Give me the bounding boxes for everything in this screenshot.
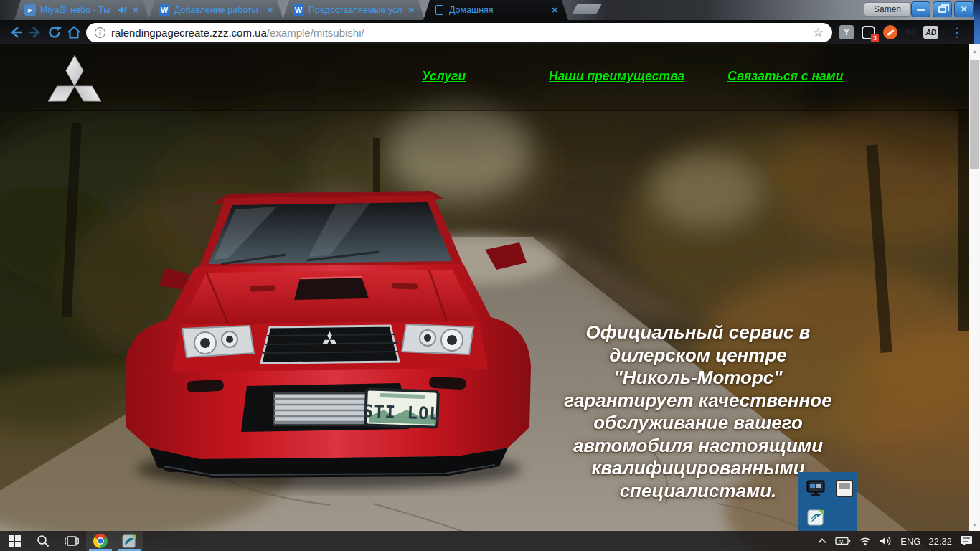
task-view-icon — [65, 535, 79, 547]
tab-close-icon[interactable]: ✕ — [131, 6, 141, 15]
forward-button[interactable] — [25, 23, 44, 42]
red-mitsubishi-car: STI LOL — [121, 181, 535, 496]
windows-taskbar: ENG 22:32 — [0, 531, 980, 551]
yandex-extension-icon[interactable]: Y — [839, 25, 854, 39]
chrome-taskbar-button[interactable] — [86, 531, 115, 551]
close-button[interactable]: ✕ — [954, 1, 974, 17]
adblock-extension-icon[interactable]: AD — [923, 26, 938, 39]
screenshot-extension-icon[interactable]: 3 — [862, 26, 875, 39]
play-icon: ▶ — [24, 4, 36, 16]
nav-link-services[interactable]: Услуги — [422, 69, 466, 84]
tab-close-icon[interactable]: ✕ — [407, 6, 416, 15]
battery-icon[interactable] — [834, 536, 852, 546]
tab-word-doc-2[interactable]: W Предоставляемые услуг ✕ — [283, 0, 425, 20]
word-icon: W — [293, 4, 304, 16]
browser-menu-icon[interactable]: ⋮ — [951, 25, 963, 40]
search-button[interactable] — [29, 531, 57, 551]
bird-app-icon — [122, 534, 136, 548]
lightshot-extension-icon[interactable] — [883, 25, 897, 39]
mitsubishi-logo — [47, 51, 102, 107]
tab-audio-icon[interactable] — [117, 5, 127, 15]
monitor-tray-icon[interactable] — [806, 479, 825, 498]
webpage: Услуги Наши преимущества Связаться с нам… — [0, 44, 980, 551]
nav-link-contact[interactable]: Связаться с нами — [727, 69, 843, 84]
page-icon — [433, 4, 445, 16]
tab-title: MiyaGi небо - Ты мо — [40, 5, 113, 15]
volume-icon[interactable] — [878, 536, 894, 546]
window-frame-accent — [974, 0, 980, 44]
tab-title: Добавление работы в п — [174, 5, 261, 15]
scrollbar-thumb[interactable] — [970, 60, 979, 169]
tray-overflow-flyout — [798, 472, 857, 531]
app-window-tray-icon[interactable] — [835, 479, 854, 498]
window-controls: ✕ — [911, 1, 974, 17]
task-view-button[interactable] — [57, 531, 86, 551]
search-icon — [37, 534, 50, 547]
url-path: /example/mitsubishi/ — [267, 27, 364, 39]
tab-home-active[interactable]: Домашняя ✕ — [423, 0, 568, 20]
browser-tab-strip: ▶ MiyaGi небо - Ты мо ✕ W Добавление раб… — [0, 0, 980, 20]
clock[interactable]: 22:32 — [927, 536, 953, 547]
browser-toolbar: i ralendingpagecreate.zzz.com.ua/example… — [0, 20, 980, 44]
start-button[interactable] — [0, 531, 29, 551]
tab-title: Домашняя — [449, 5, 546, 15]
tab-title: Предоставляемые услуг — [308, 5, 402, 15]
chrome-icon — [93, 534, 108, 548]
profile-button[interactable]: Samen — [864, 2, 911, 17]
site-info-icon[interactable]: i — [95, 27, 105, 38]
tray-chevron-icon[interactable] — [816, 537, 829, 545]
back-button[interactable] — [6, 23, 25, 42]
tab-word-doc-1[interactable]: W Добавление работы в п ✕ — [149, 0, 283, 20]
scroll-up-icon[interactable]: ▲ — [969, 46, 980, 56]
wifi-icon[interactable] — [857, 536, 873, 546]
bird-app-tray-icon[interactable] — [806, 508, 825, 527]
url-domain: ralendingpagecreate.zzz.com.ua — [111, 27, 267, 39]
home-button[interactable] — [64, 23, 83, 42]
page-scrollbar[interactable]: ▲ ▼ — [969, 44, 980, 531]
bird-app-taskbar-button[interactable] — [115, 531, 143, 551]
scissors-extension-icon[interactable]: ✂ — [905, 25, 915, 40]
bookmark-star-icon[interactable]: ☆ — [813, 25, 824, 40]
extension-icons: Y 3 ✂ AD ⋮ — [839, 25, 963, 40]
scroll-down-icon[interactable]: ▼ — [969, 519, 980, 529]
restore-button[interactable] — [933, 1, 952, 17]
system-tray: ENG 22:32 — [816, 531, 980, 551]
reload-button[interactable] — [44, 23, 64, 42]
screen: ▶ MiyaGi небо - Ты мо ✕ W Добавление раб… — [0, 0, 980, 551]
windows-logo-icon — [9, 535, 21, 547]
nav-link-advantages[interactable]: Наши преимущества — [549, 69, 684, 84]
language-indicator[interactable]: ENG — [899, 536, 922, 547]
extension-badge: 3 — [871, 34, 879, 42]
word-icon: W — [159, 4, 170, 16]
minimize-icon — [917, 9, 925, 11]
minimize-button[interactable] — [911, 1, 930, 17]
license-plate: STI LOL — [362, 389, 441, 428]
url-text: ralendingpagecreate.zzz.com.ua/example/m… — [111, 27, 364, 39]
tab-close-icon[interactable]: ✕ — [550, 6, 560, 15]
license-plate-text: STI LOL — [362, 401, 440, 424]
tab-close-icon[interactable]: ✕ — [265, 6, 275, 15]
action-center-icon[interactable] — [958, 535, 974, 547]
new-tab-button[interactable] — [572, 4, 602, 14]
restore-icon — [938, 6, 946, 13]
tab-music[interactable]: ▶ MiyaGi небо - Ты мо ✕ — [14, 0, 149, 20]
address-bar[interactable]: i ralendingpagecreate.zzz.com.ua/example… — [86, 23, 832, 42]
